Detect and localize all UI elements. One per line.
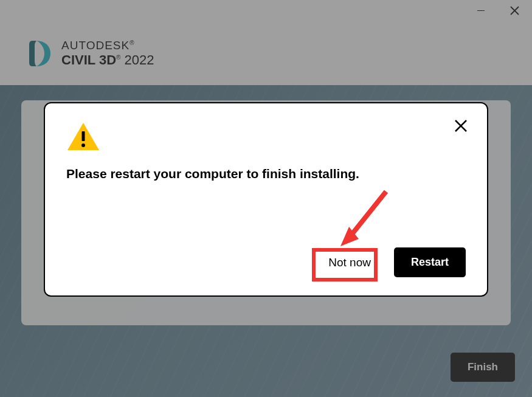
modal-message: Please restart your computer to finish i… xyxy=(66,167,466,181)
not-now-button[interactable]: Not now xyxy=(319,250,381,275)
svg-rect-5 xyxy=(82,131,85,141)
installer-window: AUTODESK® CIVIL 3D® 2022 I Finish xyxy=(0,0,532,397)
modal-button-group: Not now Restart xyxy=(319,247,466,277)
restart-button[interactable]: Restart xyxy=(394,247,466,277)
close-icon xyxy=(454,119,468,133)
svg-point-6 xyxy=(81,143,85,147)
warning-icon xyxy=(66,122,466,154)
modal-close-button[interactable] xyxy=(452,117,470,135)
restart-modal: Please restart your computer to finish i… xyxy=(44,102,488,297)
